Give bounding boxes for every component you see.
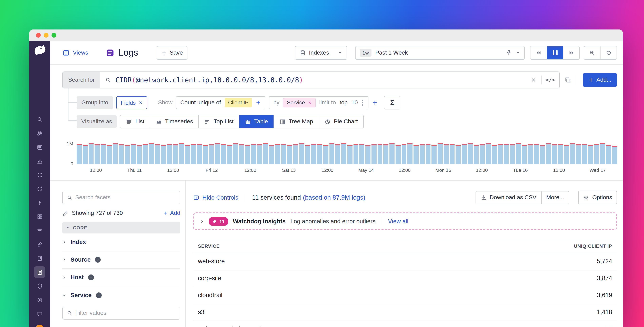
- chart-bar[interactable]: [402, 144, 406, 164]
- edit-facets-icon[interactable]: [62, 210, 68, 216]
- chart-bar[interactable]: [353, 144, 358, 164]
- chart-bar[interactable]: [348, 145, 352, 164]
- chart-bar[interactable]: [173, 144, 178, 164]
- chart-bar[interactable]: [83, 145, 88, 164]
- traffic-light-zoom[interactable]: [52, 33, 56, 38]
- chart-bar[interactable]: [95, 144, 100, 164]
- chart-bar[interactable]: [293, 144, 298, 164]
- chart-bar[interactable]: [317, 144, 322, 164]
- chart-bar[interactable]: [101, 144, 106, 164]
- chart-bar[interactable]: [582, 144, 587, 164]
- chart-bar[interactable]: [594, 144, 599, 164]
- limit-direction[interactable]: top: [340, 99, 348, 106]
- chart-bar[interactable]: [305, 145, 310, 164]
- viz-option-treemap[interactable]: Tree Map: [273, 115, 318, 128]
- search-query-input[interactable]: CIDR(@network.client.ip,10.0.0.0/8,13.0.…: [116, 76, 526, 84]
- datadog-logo[interactable]: [32, 44, 47, 56]
- table-row[interactable]: web-store-admin-portal27: [193, 321, 617, 327]
- chart-bar[interactable]: [474, 145, 479, 164]
- kebab-menu-icon[interactable]: [362, 100, 364, 106]
- viz-option-pie[interactable]: Pie Chart: [318, 115, 363, 128]
- chart-bar[interactable]: [89, 143, 94, 164]
- formulas-button[interactable]: Σ: [384, 96, 400, 110]
- chart-bar[interactable]: [149, 143, 154, 164]
- chart-bar[interactable]: [378, 144, 382, 164]
- chart-bar[interactable]: [179, 143, 184, 164]
- options-button[interactable]: Options: [578, 191, 617, 204]
- refresh-button[interactable]: [600, 46, 616, 59]
- time-range-picker[interactable]: 1w Past 1 Week: [355, 46, 525, 60]
- remove-service-icon[interactable]: [308, 101, 312, 105]
- download-csv-button[interactable]: Download as CSV: [476, 191, 541, 204]
- chart-bar[interactable]: [155, 144, 160, 164]
- table-row[interactable]: cloudtrail3,619: [193, 287, 617, 304]
- chevron-right-icon[interactable]: [200, 219, 204, 223]
- chart-bar[interactable]: [426, 144, 431, 164]
- table-row[interactable]: s31,418: [193, 304, 617, 321]
- chart-bar[interactable]: [468, 143, 473, 164]
- chart-bar[interactable]: [384, 144, 388, 164]
- traffic-light-minimize[interactable]: [44, 33, 48, 38]
- chart-bar[interactable]: [203, 145, 208, 164]
- chart-bar[interactable]: [113, 143, 118, 164]
- facet-host[interactable]: Host: [62, 269, 180, 286]
- indexes-dropdown[interactable]: Indexes: [295, 46, 347, 60]
- chart-bar[interactable]: [323, 145, 328, 164]
- chart-bar[interactable]: [612, 146, 617, 164]
- chart-bar[interactable]: [251, 144, 256, 164]
- chart-bar[interactable]: [606, 145, 611, 164]
- sidebar-item-shield[interactable]: [34, 280, 46, 292]
- sidebar-item-logs[interactable]: [34, 266, 46, 278]
- chart-bar[interactable]: [510, 144, 515, 164]
- clear-search-button[interactable]: [526, 72, 541, 88]
- jump-back-button[interactable]: [530, 46, 547, 59]
- chart-bar[interactable]: [167, 144, 172, 164]
- filter-values-input[interactable]: [75, 310, 176, 316]
- facet-search-input[interactable]: [75, 194, 176, 201]
- chart-bar[interactable]: [546, 143, 551, 164]
- remove-fields-icon[interactable]: [139, 101, 143, 105]
- add-button[interactable]: Add...: [583, 73, 617, 87]
- based-on-logs-link[interactable]: (based on 87.9M logs): [303, 194, 365, 201]
- chart-bar[interactable]: [504, 144, 509, 164]
- sidebar-item-chat[interactable]: [34, 308, 46, 320]
- sidebar-item-bolt[interactable]: [34, 197, 46, 208]
- chart-bar[interactable]: [263, 143, 268, 164]
- group-by-fields-chip[interactable]: Fields: [116, 96, 147, 109]
- timeseries-histogram[interactable]: 1M 0 12:00Thu 1112:00Fri 1212:00Sat 1312…: [76, 138, 617, 173]
- chart-bar[interactable]: [233, 143, 238, 164]
- sidebar-item-funnel-lines[interactable]: [34, 225, 46, 236]
- chart-bar[interactable]: [245, 145, 250, 164]
- chart-bar[interactable]: [76, 144, 82, 164]
- chart-bar[interactable]: [522, 145, 527, 164]
- sidebar-item-dots[interactable]: [34, 169, 46, 180]
- chart-bar[interactable]: [185, 145, 190, 164]
- table-row[interactable]: corp-site3,874: [193, 270, 617, 287]
- chart-bar[interactable]: [131, 144, 136, 164]
- chart-bar[interactable]: [341, 143, 346, 164]
- table-row[interactable]: web-store5,724: [193, 253, 617, 270]
- chart-bar[interactable]: [161, 145, 166, 164]
- chart-bar[interactable]: [143, 144, 148, 164]
- chart-bar[interactable]: [570, 143, 575, 164]
- column-header-service[interactable]: SERVICE: [193, 239, 448, 253]
- chart-bar[interactable]: [516, 143, 521, 164]
- chart-bar[interactable]: [107, 145, 112, 164]
- sidebar-item-list-doc[interactable]: [34, 141, 46, 153]
- chart-bar[interactable]: [498, 144, 503, 164]
- chart-bar[interactable]: [221, 144, 226, 164]
- chart-bar[interactable]: [414, 145, 418, 164]
- service-chip[interactable]: Service: [283, 98, 316, 108]
- viz-option-table[interactable]: Table: [239, 115, 273, 128]
- facet-service[interactable]: Service: [62, 286, 180, 304]
- add-facet-button[interactable]: Add: [163, 210, 180, 216]
- chart-bar[interactable]: [137, 145, 142, 164]
- chart-bar[interactable]: [564, 145, 569, 164]
- sidebar-item-search[interactable]: [34, 114, 46, 125]
- facet-index[interactable]: Index: [62, 234, 180, 251]
- chart-bar[interactable]: [486, 143, 491, 164]
- sidebar-item-blocks[interactable]: [34, 211, 46, 222]
- pin-icon[interactable]: [506, 50, 512, 56]
- chart-bar[interactable]: [197, 144, 202, 164]
- chart-bar[interactable]: [420, 144, 425, 164]
